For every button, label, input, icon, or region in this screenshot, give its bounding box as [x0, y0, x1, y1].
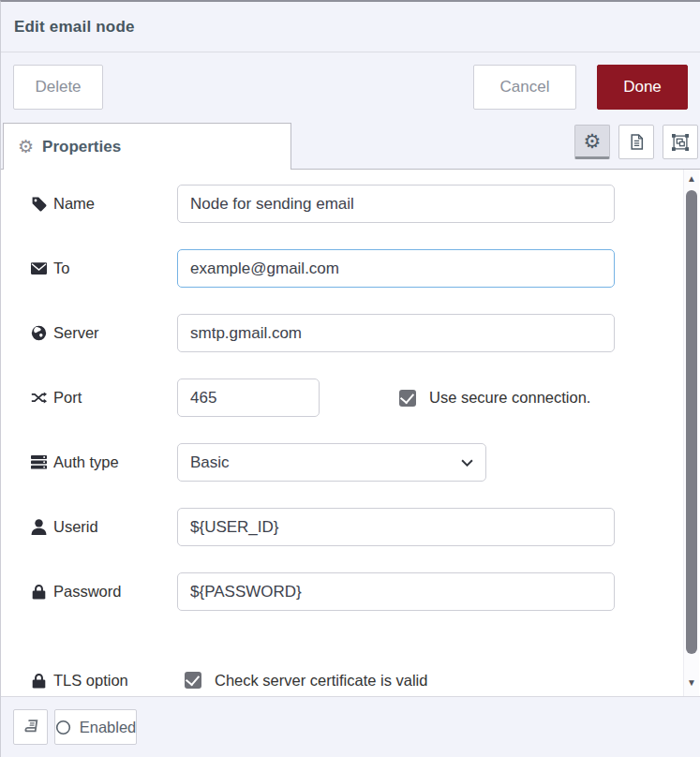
scrollbar[interactable]: ▲ ▼	[683, 170, 699, 696]
done-button[interactable]: Done	[597, 65, 688, 110]
userid-label-text: Userid	[53, 518, 98, 536]
server-field-label: Server	[31, 324, 177, 342]
userid-input[interactable]	[177, 508, 615, 546]
delete-button[interactable]: Delete	[13, 65, 103, 110]
user-icon	[31, 519, 47, 535]
auth-type-field-label: Auth type	[31, 453, 177, 471]
password-label-text: Password	[53, 583, 121, 601]
description-pane-button[interactable]	[618, 125, 654, 159]
scrollbar-thumb[interactable]	[686, 190, 697, 654]
name-field-label: Name	[31, 195, 177, 213]
scroll-down-icon[interactable]: ▼	[684, 677, 699, 689]
name-input[interactable]	[177, 185, 615, 223]
secure-connection-checkbox[interactable]	[399, 390, 416, 407]
properties-pane-button[interactable]: ⚙	[574, 125, 610, 159]
auth-type-selected-value: Basic	[190, 453, 461, 472]
properties-panel: Name To Serv	[1, 170, 700, 697]
port-label-text: Port	[53, 389, 82, 407]
port-input[interactable]	[177, 378, 320, 417]
form-row-port: Port Use secure connection.	[31, 378, 700, 417]
tls-option-label-text: TLS option	[53, 672, 128, 690]
edit-email-node-dialog: Edit email node Delete Cancel Done ⚙ Pro…	[0, 0, 700, 757]
form-row-password: Password	[31, 572, 700, 611]
tab-properties-label: Properties	[42, 138, 121, 156]
form-row-userid: Userid	[31, 508, 700, 546]
server-stack-icon	[31, 454, 47, 470]
envelope-icon	[31, 260, 47, 276]
auth-type-label-text: Auth type	[53, 453, 119, 471]
form-row-to: To	[31, 249, 700, 288]
enabled-toggle-button[interactable]: Enabled	[54, 709, 137, 745]
cancel-button[interactable]: Cancel	[473, 65, 576, 110]
appearance-pane-button[interactable]	[663, 125, 698, 159]
gear-icon: ⚙	[584, 131, 602, 151]
to-input[interactable]	[177, 249, 615, 288]
globe-icon	[31, 325, 47, 341]
auth-type-select[interactable]: Basic	[177, 443, 486, 482]
chevron-down-icon	[461, 459, 473, 467]
form-row-server: Server	[31, 314, 700, 352]
dialog-button-bar: Delete Cancel Done	[1, 52, 700, 122]
password-field-label: Password	[31, 583, 177, 601]
lock-icon	[31, 584, 47, 600]
dialog-footer: Enabled	[1, 697, 700, 757]
tab-toolbar: ⚙	[574, 125, 698, 159]
tag-icon	[31, 196, 47, 212]
gear-icon: ⚙	[18, 138, 34, 156]
password-input[interactable]	[177, 572, 615, 611]
tls-option-field-label: TLS option	[31, 672, 177, 690]
secure-connection-label: Use secure connection.	[429, 389, 590, 407]
tls-verify-checkbox[interactable]	[185, 672, 201, 689]
enabled-label: Enabled	[80, 719, 137, 736]
lock-icon	[31, 673, 47, 689]
dialog-header: Edit email node	[1, 2, 700, 52]
form-row-name: Name	[31, 185, 700, 223]
form-row-tls-option: TLS option Check server certificate is v…	[31, 669, 700, 691]
book-icon	[22, 720, 38, 735]
group-select-icon	[672, 134, 689, 151]
email-node-form: Name To Serv	[1, 170, 700, 691]
node-help-button[interactable]	[13, 709, 48, 745]
form-row-auth-type: Auth type Basic	[31, 443, 700, 482]
tls-verify-label: Check server certificate is valid	[215, 672, 427, 690]
tab-properties[interactable]: ⚙ Properties	[3, 123, 291, 170]
dialog-title: Edit email node	[14, 18, 135, 37]
scroll-up-icon[interactable]: ▲	[684, 173, 699, 185]
server-label-text: Server	[53, 324, 99, 342]
userid-field-label: Userid	[31, 518, 177, 536]
port-field-label: Port	[31, 389, 177, 407]
tab-bar: ⚙ Properties ⚙	[1, 122, 700, 170]
circle-icon	[55, 720, 71, 735]
to-label-text: To	[53, 260, 69, 277]
name-label-text: Name	[53, 195, 95, 213]
shuffle-icon	[31, 390, 47, 406]
to-field-label: To	[31, 260, 177, 277]
server-input[interactable]	[177, 314, 615, 352]
document-icon	[630, 134, 644, 150]
